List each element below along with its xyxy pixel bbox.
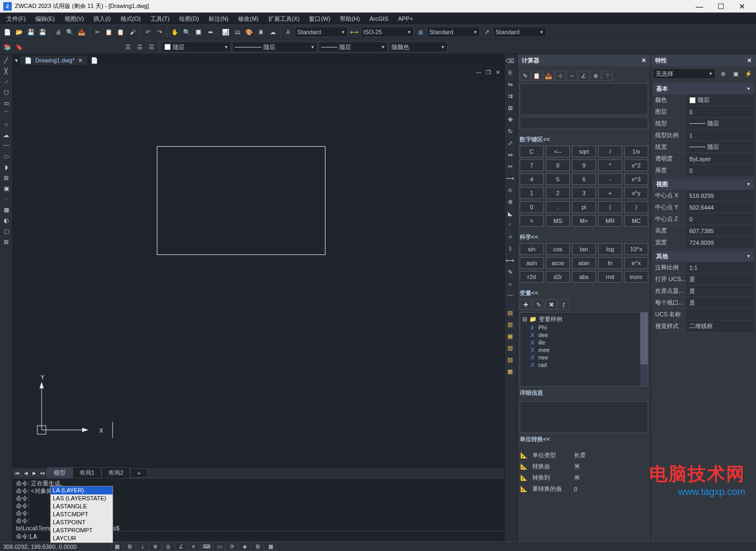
props-select-icon[interactable]: ▣ xyxy=(730,68,741,79)
designcenter-icon[interactable]: 🗂 xyxy=(232,27,243,37)
calc-key-)[interactable]: ) xyxy=(624,201,648,213)
otrack-toggle[interactable]: ∠ xyxy=(175,542,187,551)
tablestyle-dropdown[interactable]: Standard▼ xyxy=(427,27,480,37)
calc-var-header[interactable]: 变量<< xyxy=(520,287,648,299)
polar-toggle[interactable]: ⊛ xyxy=(149,542,161,551)
prop-row[interactable]: 在原点显...是 xyxy=(653,285,754,297)
textstyle-dropdown[interactable]: Standard▼ xyxy=(295,27,348,37)
calc-clear-icon[interactable]: ✎ xyxy=(520,70,530,81)
region-icon[interactable]: ▢ xyxy=(1,226,12,236)
table-icon[interactable]: ⊞ xyxy=(1,237,12,246)
prop-row[interactable]: 视觉样式二维线框 xyxy=(653,321,754,332)
iso-toggle[interactable]: ◈ xyxy=(239,542,251,551)
prop-row[interactable]: 线型比例1 xyxy=(653,130,754,141)
var-item[interactable]: Xdee xyxy=(522,331,646,339)
suggest-item[interactable]: LAYCUR xyxy=(51,534,113,542)
calc-key-1/x[interactable]: 1/x xyxy=(624,146,648,157)
calc-key-9[interactable]: 9 xyxy=(572,159,596,171)
menu-window[interactable]: 窗口(W) xyxy=(305,14,335,24)
minimize-button[interactable]: — xyxy=(689,0,710,13)
layer4-icon[interactable]: ▧ xyxy=(505,342,515,353)
new-icon[interactable]: 📄 xyxy=(2,27,13,37)
layout-tab-add[interactable]: + xyxy=(130,468,147,478)
break-icon[interactable]: ⎋ xyxy=(505,185,515,195)
calc-close-icon[interactable]: ✕ xyxy=(641,57,646,64)
publish-icon[interactable]: 📤 xyxy=(76,27,87,37)
calc-key-sqrt[interactable]: sqrt xyxy=(572,146,596,157)
model-toggle[interactable]: ▭ xyxy=(213,542,225,551)
ellipse-icon[interactable]: ⬭ xyxy=(1,151,12,161)
layer2-icon[interactable]: ▥ xyxy=(505,319,515,330)
suggest-item[interactable]: LASTANGLE xyxy=(51,502,113,510)
calc-getpt-icon[interactable]: ⊹ xyxy=(555,70,566,81)
calc-key-5[interactable]: 5 xyxy=(546,173,570,185)
var-calc-icon[interactable]: ƒ xyxy=(558,299,570,310)
calc-key-8[interactable]: 8 xyxy=(546,159,570,171)
var-item[interactable]: Xrad xyxy=(522,361,646,369)
calc-help-icon[interactable]: ? xyxy=(602,70,612,81)
dimstyle-icon[interactable]: ⟷ xyxy=(349,27,360,37)
plotcolor-dropdown[interactable]: 随颜色▼ xyxy=(389,42,448,52)
calc-unit-header[interactable]: 单位转换<< xyxy=(520,433,648,445)
var-tree[interactable]: ⊟📁变量样例 kPhiXdeeXilleXmeeXneeXrad xyxy=(520,312,648,387)
doc-minimize-icon[interactable]: — xyxy=(474,68,483,76)
xline-icon[interactable]: ╳ xyxy=(1,66,12,76)
calc-sci-asin[interactable]: asin xyxy=(520,257,544,269)
ortho-toggle[interactable]: ⊥ xyxy=(137,542,148,551)
menu-express[interactable]: 扩展工具(X) xyxy=(264,14,304,24)
move-icon[interactable]: ✥ xyxy=(505,114,515,125)
calc-getangle-icon[interactable]: ∠ xyxy=(578,70,589,81)
arc-icon[interactable]: ⌒ xyxy=(1,109,12,118)
calc-numpad-header[interactable]: 数字键区<< xyxy=(520,133,648,146)
zoomwin-icon[interactable]: 🔲 xyxy=(193,27,204,37)
pline-icon[interactable]: ⟋ xyxy=(1,77,12,86)
extend-icon[interactable]: ⟶ xyxy=(505,173,515,183)
calc-key-([interactable]: ( xyxy=(598,201,622,213)
layout-tab-1[interactable]: 布局1 xyxy=(73,467,101,478)
scale-icon[interactable]: ⤢ xyxy=(505,138,515,148)
suggest-item[interactable]: LA (LAYER) xyxy=(51,486,113,494)
grid-toggle[interactable]: ⊞ xyxy=(124,542,136,551)
explode-icon[interactable]: ✧ xyxy=(505,231,515,242)
menu-app[interactable]: APP+ xyxy=(394,14,417,23)
calc-sci-cos[interactable]: cos xyxy=(546,243,570,255)
layout-next-icon[interactable]: ▶ xyxy=(30,470,38,476)
props-close-icon[interactable]: ✕ xyxy=(747,57,752,64)
tab-toggle[interactable]: ⊞ xyxy=(252,542,264,551)
join-icon[interactable]: ⊕ xyxy=(505,196,515,207)
pedit-icon[interactable]: ⟐ xyxy=(505,278,515,289)
calc-key-x^2[interactable]: x^2 xyxy=(624,159,648,171)
calc-sci-abs[interactable]: abs xyxy=(572,271,596,283)
calc-key-MC[interactable]: MC xyxy=(624,215,648,227)
calc-sci-10^x[interactable]: 10^x xyxy=(624,243,648,255)
unit-row[interactable]: 📐要转换的值0 xyxy=(520,483,648,494)
calc-sci-d2r[interactable]: d2r xyxy=(546,271,570,283)
doc-tab-close-icon[interactable]: ✕ xyxy=(78,57,83,64)
menu-draw[interactable]: 绘图(D) xyxy=(175,14,203,24)
calc-key-M+[interactable]: M+ xyxy=(572,215,596,227)
zoomprev-icon[interactable]: ⬅ xyxy=(205,27,216,37)
calc-key-C[interactable]: C xyxy=(520,146,544,157)
color-dropdown[interactable]: 随层▼ xyxy=(162,42,231,52)
prop-row[interactable]: 图层0 xyxy=(653,106,754,118)
var-item[interactable]: kPhi xyxy=(522,324,646,331)
prop-row[interactable]: 中心点 X518.9299 xyxy=(653,190,754,202)
calc-sci-sin[interactable]: sin xyxy=(520,243,544,255)
calc-key-/[interactable]: / xyxy=(598,146,622,157)
layeroff-icon[interactable]: ☰ xyxy=(134,42,145,52)
menu-format[interactable]: 格式(O) xyxy=(116,14,145,24)
props-pickadd-icon[interactable]: ⊕ xyxy=(718,68,728,79)
calc-sci-tan[interactable]: tan xyxy=(572,243,596,255)
print-icon[interactable]: 🖨 xyxy=(53,27,63,37)
doc-restore-icon[interactable]: ❐ xyxy=(484,68,492,76)
layout-tab-2[interactable]: 布局2 xyxy=(101,467,130,478)
calc-key-=[interactable]: = xyxy=(520,215,544,227)
props-selector[interactable]: 无选择▼ xyxy=(653,68,715,79)
unit-row[interactable]: 📐单位类型长度 xyxy=(520,450,648,461)
calc-sci-ln[interactable]: ln xyxy=(598,257,622,269)
rectangle-icon[interactable]: ▭ xyxy=(1,98,12,108)
preview-icon[interactable]: 🔍 xyxy=(65,27,75,37)
calc-hist-icon[interactable]: 📋 xyxy=(531,70,542,81)
menu-edit[interactable]: 编辑(E) xyxy=(31,14,59,24)
mleaderstyle-icon[interactable]: ↗ xyxy=(481,27,492,37)
